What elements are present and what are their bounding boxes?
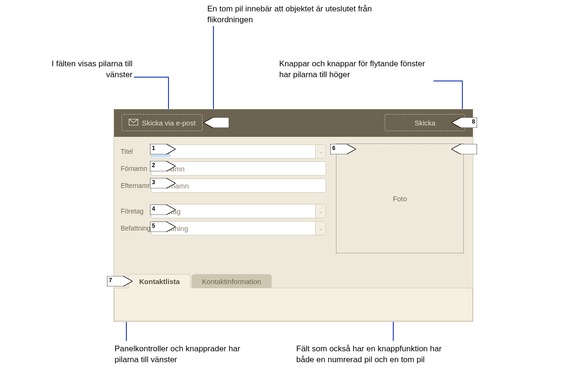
tab-arrow-2: 2 (150, 161, 176, 171)
app-window: Skicka via e-post Skicka Titel Titel ⌵ F… (114, 109, 473, 322)
label-position: Befattning (121, 224, 151, 232)
field-company[interactable]: Företag ⌵ (151, 204, 326, 218)
field-title[interactable]: Titel ⌵ (151, 144, 326, 159)
tab-arrow-6: 6 (330, 144, 356, 154)
label-company: Företag (121, 207, 151, 215)
tab-contact-list[interactable]: Kontaktlista (128, 274, 191, 288)
leader-left-h (134, 77, 168, 78)
send-button-label: Skicka (415, 119, 435, 127)
envelope-icon (129, 119, 138, 127)
email-button-label: Skicka via e-post (142, 119, 195, 127)
field-position[interactable]: Befattning ⌵ (151, 221, 326, 235)
tab-panel: Kontaktlista Kontaktinformation (114, 274, 473, 321)
chevron-down-icon[interactable]: ⌵ (315, 222, 326, 235)
callout-top: En tom pil innebär att objektet är utesl… (207, 4, 382, 26)
callout-left: I fälten visas pilarna till vänster (28, 59, 133, 80)
chevron-down-icon[interactable]: ⌵ (315, 205, 326, 218)
tab-arrow-4-num: 4 (152, 205, 155, 212)
tab-arrow-4: 4 (150, 205, 176, 215)
tab-arrow-7: 7 (107, 276, 133, 286)
tab-contact-info[interactable]: Kontaktinformation (192, 274, 272, 288)
tab-arrow-empty-email (203, 117, 229, 128)
field-lastname[interactable]: Efternamn (151, 178, 326, 193)
tab-arrow-5: 5 (150, 222, 176, 232)
tab-arrow-1-num: 1 (152, 145, 155, 151)
toolbar: Skicka via e-post Skicka (114, 109, 473, 137)
field-firstname[interactable]: Förnamn (151, 161, 326, 176)
label-firstname: Förnamn (121, 165, 151, 172)
leader-top (213, 26, 214, 122)
tab-arrow-2-num: 2 (152, 162, 155, 169)
tab-arrow-3-num: 3 (152, 179, 155, 186)
leader-right-h (433, 80, 462, 81)
tab-arrow-5-num: 5 (152, 223, 155, 229)
photo-label: Foto (393, 195, 407, 203)
chevron-down-icon[interactable]: ⌵ (315, 145, 326, 158)
callout-bottom-right: Fält som också har en knappfunktion har … (296, 344, 448, 365)
tab-arrow-empty-photo (451, 144, 477, 154)
tab-arrow-7-num: 7 (109, 277, 112, 284)
callout-bottom-left: Panelkontroller och knapprader har pilar… (115, 344, 266, 365)
label-lastname: Efternamn (121, 182, 151, 189)
callout-right: Knappar och knappar för flytande fönster… (279, 59, 435, 80)
tab-arrow-3: 3 (150, 178, 176, 188)
label-title: Titel (121, 148, 151, 155)
tab-body (114, 288, 473, 321)
tab-arrow-1: 1 (150, 144, 176, 154)
email-button[interactable]: Skicka via e-post (122, 114, 203, 131)
tab-arrow-8: 8 (451, 117, 477, 128)
tab-arrow-6-num: 6 (332, 145, 336, 151)
photo-container[interactable]: Foto (336, 143, 464, 253)
tab-arrow-8-num: 8 (472, 118, 475, 125)
tab-strip: Kontaktlista Kontaktinformation (114, 274, 473, 288)
